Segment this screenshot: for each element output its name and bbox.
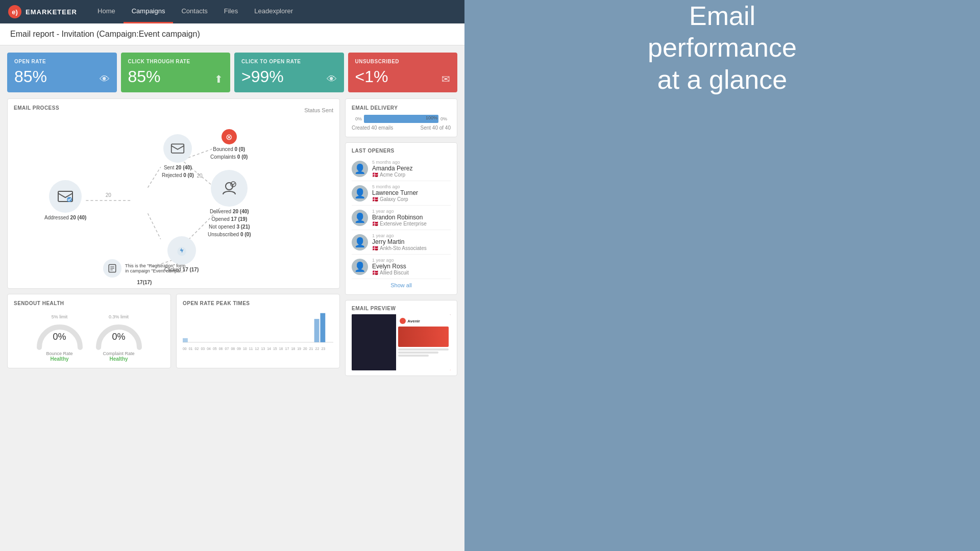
bounce-healthy: Healthy	[50, 356, 68, 362]
person-icon: 👤	[354, 163, 365, 174]
ctor-icon: 👁	[327, 73, 337, 85]
delivery-bar-row: 0% 100% 0%	[352, 115, 451, 123]
metric-card-unsubscribed: UNSUBSCRIBED <1% ✉	[348, 53, 458, 92]
open-rate-value: 85%	[14, 67, 110, 86]
ctor-label: CLICK TO OPEN RATE	[241, 59, 337, 64]
delivery-title: EMAIL DELIVERY	[352, 105, 451, 111]
svg-text:22: 22	[315, 346, 320, 351]
svg-text:23: 23	[321, 346, 325, 351]
email-preview-panel: EMAIL PREVIEW Avenir	[345, 300, 457, 376]
bounce-limit: 5% limit	[52, 314, 68, 319]
delivery-zero-label: 0%	[352, 116, 362, 121]
addressed-circle	[49, 180, 82, 213]
opener-company: 🇩🇰Acme Corp	[372, 172, 451, 178]
list-item: 👤 5 months ago Amanda Perez 🇩🇰Acme Corp	[352, 157, 451, 181]
preview-line	[398, 355, 428, 357]
nav-item-home[interactable]: Home	[89, 0, 124, 23]
preview-left	[352, 314, 396, 370]
complaint-value: 0%	[112, 332, 125, 342]
unsub-icon: ✉	[442, 73, 450, 85]
unsub-delivered-label: Unsubscribed 0 (0)	[208, 232, 251, 237]
opener-info: 5 months ago Amanda Perez 🇩🇰Acme Corp	[372, 160, 451, 178]
delivery-info: Created 40 emails Sent 40 of 40	[352, 125, 451, 131]
ctr-label: CLICK THROUGH RATE	[128, 59, 224, 64]
opener-name: Brandon Robinson	[372, 214, 451, 221]
flag-icon: 🇩🇰	[372, 245, 378, 251]
open-rate-label: OPEN RATE	[14, 59, 110, 64]
svg-line-1	[148, 167, 161, 187]
delivery-hundred-label: 100%	[426, 115, 437, 120]
opener-company: 🇩🇰Ankh-Sto Associates	[372, 245, 451, 251]
preview-image: Avenir	[352, 314, 451, 370]
svg-text:10: 10	[243, 346, 247, 351]
nav-item-contacts[interactable]: Contacts	[173, 0, 215, 23]
gauges-row: 5% limit 0% Bounce Rate Healthy	[14, 310, 164, 362]
svg-text:16: 16	[279, 346, 283, 351]
svg-text:04: 04	[207, 346, 211, 351]
list-item: 👤 1 year ago Jerry Martin 🇩🇰Ankh-Sto Ass…	[352, 230, 451, 255]
list-item: 👤 1 year ago Brandon Robinson 🇩🇰Extensiv…	[352, 206, 451, 230]
avatar: 👤	[352, 185, 368, 202]
metric-card-ctor: CLICK TO OPEN RATE >99% 👁	[234, 53, 344, 92]
open-rate-icon: 👁	[100, 73, 110, 85]
page-title-bar: Email report - Invitation (Campaign:Even…	[0, 23, 464, 45]
svg-text:13: 13	[261, 346, 265, 351]
person-icon: 👤	[354, 212, 365, 223]
show-all-button[interactable]: Show all	[352, 279, 451, 289]
metric-cards-row: OPEN RATE 85% 👁 CLICK THROUGH RATE 85% ⬆…	[7, 53, 457, 92]
svg-text:20: 20	[303, 346, 307, 351]
complaint-center-text: 0%	[112, 332, 125, 342]
svg-rect-11	[172, 144, 184, 153]
delivered-circle	[211, 170, 248, 207]
svg-text:09: 09	[237, 346, 241, 351]
avatar: 👤	[352, 161, 368, 177]
content: OPEN RATE 85% 👁 CLICK THROUGH RATE 85% ⬆…	[0, 45, 464, 551]
svg-rect-20	[314, 319, 320, 342]
svg-text:12: 12	[255, 346, 259, 351]
last-openers-panel: LAST OPENERS 👤 5 months ago Amanda Perez…	[345, 142, 457, 295]
logo-text: EMARKETEER	[26, 8, 77, 16]
preview-line	[398, 348, 449, 350]
bounce-center-text: 0%	[53, 332, 66, 342]
metric-card-open-rate: OPEN RATE 85% 👁	[7, 53, 117, 92]
avatar: 👤	[352, 210, 368, 226]
delivery-sent: Sent 40 of 40	[421, 125, 451, 131]
list-item: 👤 5 months ago Lawrence Turner 🇩🇰Galaxy …	[352, 181, 451, 206]
bounced-label: Bounced 0 (0)	[213, 146, 245, 152]
ctr-value: 85%	[128, 67, 224, 86]
svg-text:01: 01	[189, 346, 193, 351]
right-column: EMAIL DELIVERY 0% 100% 0% Created 40 ema…	[345, 98, 457, 376]
svg-text:02: 02	[195, 346, 199, 351]
email-delivery-panel: EMAIL DELIVERY 0% 100% 0% Created 40 ema…	[345, 98, 457, 137]
node-sent: Sent 20 (40) Rejected 0 (0)	[162, 134, 194, 178]
nav-item-campaigns[interactable]: Campaigns	[124, 0, 174, 23]
nav-item-files[interactable]: Files	[216, 0, 246, 23]
person-icon: 👤	[354, 237, 365, 248]
preview-right: Avenir	[396, 314, 451, 370]
preview-car	[398, 327, 449, 347]
email-process-title: EMAIL PROCESS	[14, 105, 59, 111]
svg-text:20: 20	[106, 192, 112, 198]
two-col-layout: EMAIL PROCESS Status Sent	[7, 98, 457, 376]
node-bounced: ⊗ Bounced 0 (0) Complaints 0 (0)	[210, 129, 248, 160]
logo-area: e) EMARKETEER	[8, 5, 77, 18]
unsub-label: UNSUBSCRIBED	[355, 59, 451, 64]
complaints-label: Complaints 0 (0)	[210, 154, 248, 160]
open-rate-peak-title: OPEN RATE PEAK TIMES	[183, 300, 333, 306]
nav-item-leadexplorer[interactable]: Leadexplorer	[246, 0, 301, 23]
email-process-status: Status Sent	[304, 107, 333, 113]
bottom-panels: SENDOUT HEALTH 5% limit 0%	[7, 294, 340, 368]
avatar: 👤	[352, 259, 368, 275]
person-icon: 👤	[354, 188, 365, 199]
bounce-value: 0%	[53, 332, 66, 342]
svg-text:15: 15	[273, 346, 277, 351]
delivery-bar-bg: 100%	[364, 115, 438, 123]
delivery-end-label: 0%	[440, 116, 451, 121]
opener-info: 1 year ago Jerry Martin 🇩🇰Ankh-Sto Assoc…	[372, 233, 451, 251]
hero-section: Email performanceat a glance	[464, 0, 980, 95]
sent-label: Sent 20 (40)	[164, 165, 192, 170]
preview-logo: Avenir	[398, 316, 449, 325]
svg-rect-21	[320, 313, 325, 342]
logo-icon: e)	[8, 5, 21, 18]
svg-text:18: 18	[291, 346, 295, 351]
